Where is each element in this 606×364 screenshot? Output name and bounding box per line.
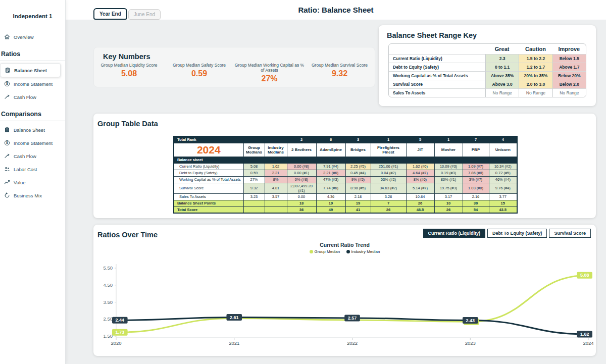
data-cell: 1.62 [265,163,287,170]
data-cell: 0% (#8) [287,176,316,183]
row-label: Current Ratio (Liquidity) [174,163,243,170]
range-key-cell: Above 35% [485,71,519,80]
range-key-table: Great Caution Improve Current Ratio (Liq… [388,43,586,97]
button-survival-score[interactable]: Survival Score [549,229,591,238]
range-key-row: Debt to Equity (Safety)0 to 1.11.2 to 1.… [389,63,586,71]
button-current-ratio[interactable]: Current Ratio (Liquidity) [423,229,486,238]
total-rank-value: 2 [287,136,316,143]
range-key-cell: 1.5 to 2.2 [519,54,552,63]
tab-june-end[interactable]: June End [128,9,161,20]
column-header: Bridges [345,143,371,157]
range-key-cell: 0 to 1.1 [485,63,519,71]
data-cell: 19.75 (#3) [434,183,463,193]
key-number-label: Group Median Survival Score [305,63,375,68]
sidebar-item-label: Cash Flow [14,94,36,100]
sidebar-item-comparisons-income-statement[interactable]: $ Income Statement [0,136,65,149]
data-cell: 251.06 (#1) [371,163,406,170]
cash-flow-arrow-icon [4,153,10,159]
sidebar-item-ratios-cash-flow[interactable]: Cash Flow [0,90,65,103]
data-cell: 10.34 (#2) [489,163,517,170]
data-cell [243,206,265,213]
sidebar-item-ratios-income-statement[interactable]: $ Income Statement [0,77,65,90]
data-cell: 2,007,499.20 (#1) [287,183,316,193]
ratio-buttons: Current Ratio (Liquidity) Debt To Equity… [423,229,591,238]
data-cell: 9% (#5) [345,176,371,183]
data-cell: 47% (#3) [316,176,345,183]
svg-text:5.08: 5.08 [580,273,589,278]
range-key-col-great: Great [485,44,519,54]
sidebar-item-business-mix[interactable]: Business Mix [0,189,65,202]
table-row: Debt to Equity (Safety)0.592.210.00 (#1)… [174,170,517,176]
sidebar-item-label: Business Mix [14,193,42,198]
svg-text:4.50: 4.50 [104,282,113,288]
data-cell: 3.23 [243,193,265,200]
range-key-cell: 2.3 [485,54,519,63]
table-row: Survival Score9.324.812,007,499.20 (#1)7… [174,183,517,193]
table-row: Working Capital as % of Total Assets27%8… [174,176,517,183]
column-header: JIT [406,143,434,157]
row-label: Working Capital as % of Total Assets [174,176,243,183]
data-cell: 41 [345,206,371,213]
period-tabs: Year End June End [93,8,161,20]
group-table-title: Group Table Data [97,120,596,128]
range-key-cell: Below 2.0 [552,80,586,88]
data-cell: 0.00 (#1) [287,170,316,176]
column-header: AdamSpine [316,143,345,157]
range-key-cell: Above 1.7 [552,63,586,71]
total-rank-value: 4 [489,136,517,143]
data-cell: 26 [371,206,406,213]
range-key-row-label: Debt to Equity (Safety) [389,63,485,71]
range-key-cell: No Range [552,88,586,97]
sidebar-section-comparisons: Comparisons [0,103,65,121]
data-cell: 9.76 (#4) [489,183,517,193]
ratios-over-time-title: Ratios Over Time [97,231,158,239]
top-bar: Ratio: Balance Sheet Year End June End [66,0,606,20]
range-key-cell: 2.0 to 3.0 [519,80,552,88]
sidebar-item-overview[interactable]: Overview [0,30,65,43]
data-cell: 8% [265,176,287,183]
range-key-row-label: Current Ratio (Liquidity) [389,54,485,63]
data-cell: 2.18 [345,193,371,200]
sidebar-item-ratios-balance-sheet[interactable]: Balance Sheet [0,63,61,77]
sidebar: Independent 1 Overview Ratios Balance Sh… [0,0,66,364]
svg-text:2.61: 2.61 [230,315,239,320]
sidebar-item-value[interactable]: Value [0,176,65,189]
data-cell: 0.00 [287,193,316,200]
key-number-label: Group Median Working Capital as % of Ass… [234,63,305,73]
key-number: Group Median Safety Score 0.59 [164,63,234,83]
svg-text:2023: 2023 [465,340,476,345]
year-cell: 2024 [174,143,243,157]
svg-text:5.50: 5.50 [104,265,113,271]
tab-year-end[interactable]: Year End [93,8,127,20]
data-cell: 4.36 [316,193,345,200]
range-key-cell: Above 3.0 [485,80,519,88]
data-cell: 26 [434,206,463,213]
column-header: Movher [434,143,463,157]
key-number-value: 5.08 [94,69,164,78]
table-row: Current Ratio (Liquidity)5.081.620.00 (#… [174,163,517,170]
data-cell: 0.59 [243,170,265,176]
column-header: 2 Brothers [287,143,316,157]
svg-text:2024: 2024 [583,340,593,345]
key-number-label: Group Median Liquidity Score [94,63,164,68]
data-cell: 49 [316,206,345,213]
data-cell: 19 [316,200,345,206]
sidebar-item-labor-cost[interactable]: Labor Cost [0,163,65,176]
legend-industry-median: Industry Median [346,249,380,254]
key-number-value: 27% [234,74,305,83]
sidebar-item-comparisons-balance-sheet[interactable]: Balance Sheet [0,123,65,136]
data-cell: 8.98 (#5) [345,183,371,193]
company-title: Independent 1 [0,0,65,30]
data-cell: 30 [463,200,489,206]
section-label: Balance sheet [174,157,517,163]
dollar-circle-icon: $ [4,140,10,146]
data-cell: 0.19 (#3) [434,170,463,176]
points-row: Balance Sheet Points181919726103015 [174,200,517,206]
data-cell: 10 [434,200,463,206]
column-header: PBP [463,143,489,157]
button-debt-to-equity[interactable]: Debt To Equity (Safety) [487,229,547,238]
legend-dot-group [310,250,313,253]
sidebar-item-comparisons-cash-flow[interactable]: Cash Flow [0,149,65,163]
range-key-cell: Below 1.5 [552,54,586,63]
sidebar-item-label: Income Statement [14,81,53,87]
